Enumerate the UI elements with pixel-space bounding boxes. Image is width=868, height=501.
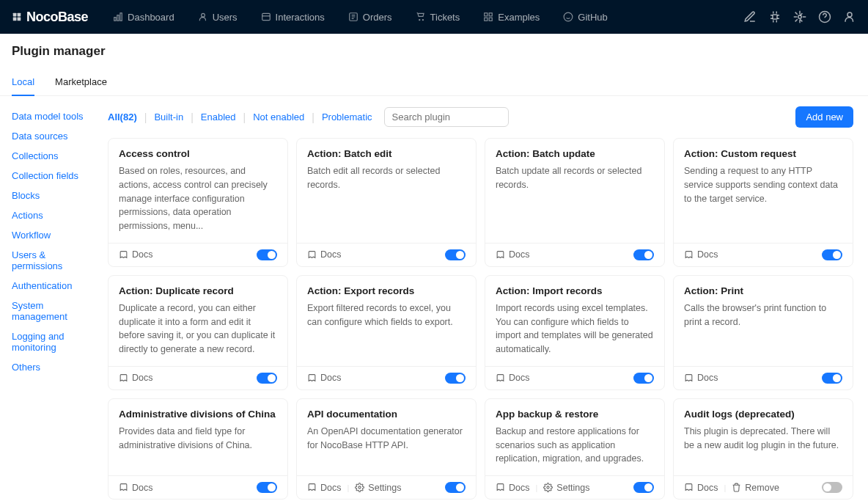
sidebar-item[interactable]: Blocks bbox=[12, 186, 96, 205]
plugin-card[interactable]: API documentationAn OpenAPI documentatio… bbox=[296, 398, 477, 500]
filter-link[interactable]: Built-in bbox=[154, 111, 183, 122]
sidebar-item[interactable]: System management bbox=[12, 296, 96, 326]
plugin-icon[interactable] bbox=[768, 10, 781, 23]
toggle-switch[interactable] bbox=[633, 249, 654, 260]
sidebar: Data model toolsData sourcesCollectionsC… bbox=[0, 96, 108, 501]
docs-link[interactable]: Docs bbox=[496, 373, 529, 383]
docs-link[interactable]: Docs bbox=[496, 483, 529, 493]
docs-link[interactable]: Docs bbox=[119, 249, 152, 260]
add-new-button[interactable]: Add new bbox=[795, 106, 853, 128]
nav-item[interactable]: Tickets bbox=[405, 0, 471, 34]
sidebar-item[interactable]: Others bbox=[12, 357, 96, 377]
card-footer: Docs bbox=[297, 366, 476, 390]
toggle-switch[interactable] bbox=[822, 482, 842, 493]
plugin-card[interactable]: Action: PrintCalls the browser's print f… bbox=[673, 275, 853, 390]
sidebar-item[interactable]: Actions bbox=[12, 205, 96, 225]
card-footer: Docs bbox=[485, 366, 664, 390]
nav-item[interactable]: Dashboard bbox=[103, 0, 185, 34]
nav-item[interactable]: Orders bbox=[338, 0, 402, 34]
svg-rect-8 bbox=[262, 13, 270, 20]
svg-rect-5 bbox=[117, 15, 119, 21]
book-icon bbox=[496, 483, 505, 492]
plugin-card[interactable]: Audit logs (deprecated)This plugin is de… bbox=[673, 398, 853, 500]
plugin-title: Audit logs (deprecated) bbox=[684, 409, 842, 420]
filter-link[interactable]: Problematic bbox=[322, 111, 372, 122]
book-icon bbox=[684, 373, 694, 383]
toggle-switch[interactable] bbox=[445, 373, 466, 384]
docs-link[interactable]: Docs bbox=[119, 483, 152, 493]
nav-item[interactable]: Examples bbox=[473, 0, 550, 34]
toggle-switch[interactable] bbox=[822, 249, 842, 260]
help-icon[interactable] bbox=[818, 10, 831, 23]
docs-link[interactable]: Docs bbox=[684, 373, 718, 383]
docs-link[interactable]: Docs bbox=[684, 483, 718, 493]
docs-link[interactable]: Docs bbox=[307, 483, 341, 493]
user-icon[interactable] bbox=[843, 10, 856, 23]
plugin-card[interactable]: Access controlBased on roles, resources,… bbox=[108, 138, 288, 267]
book-icon bbox=[307, 373, 317, 383]
docs-link[interactable]: Docs bbox=[119, 373, 152, 383]
toggle-switch[interactable] bbox=[633, 482, 654, 493]
nav-icon bbox=[348, 12, 358, 22]
filter-link[interactable]: Not enabled bbox=[253, 111, 304, 122]
toggle-switch[interactable] bbox=[633, 373, 654, 384]
card-footer: Docs bbox=[108, 366, 287, 390]
card-footer: Docs bbox=[485, 243, 664, 266]
plugin-desc: Batch edit all records or selected recor… bbox=[307, 164, 466, 192]
nav-item[interactable]: GitHub bbox=[553, 0, 617, 34]
docs-link[interactable]: Docs bbox=[307, 249, 341, 260]
toggle-switch[interactable] bbox=[445, 482, 466, 493]
plugin-card[interactable]: Action: Custom requestSending a request … bbox=[673, 138, 853, 267]
plugin-card[interactable]: Action: Export recordsExport filtered re… bbox=[296, 275, 477, 390]
nav-label: Users bbox=[213, 12, 238, 23]
toggle-switch[interactable] bbox=[257, 373, 277, 384]
nav-item[interactable]: Interactions bbox=[251, 0, 335, 34]
filter-link[interactable]: Enabled bbox=[201, 111, 236, 122]
search-input[interactable] bbox=[384, 107, 509, 127]
settings-link[interactable]: Settings bbox=[355, 483, 401, 493]
docs-link[interactable]: Docs bbox=[496, 249, 529, 260]
card-footer: Docs bbox=[297, 243, 476, 266]
top-nav: DashboardUsersInteractionsOrdersTicketsE… bbox=[103, 0, 743, 34]
sidebar-item[interactable]: Authentication bbox=[12, 276, 96, 296]
plugin-desc: Batch update all records or selected rec… bbox=[496, 164, 654, 192]
plugin-card[interactable]: Action: Batch updateBatch update all rec… bbox=[485, 138, 665, 267]
docs-link[interactable]: Docs bbox=[684, 249, 718, 260]
settings-link[interactable]: Settings bbox=[543, 483, 589, 493]
edit-icon[interactable] bbox=[743, 10, 757, 23]
plugin-card[interactable]: App backup & restoreBackup and restore a… bbox=[485, 398, 665, 500]
svg-rect-11 bbox=[489, 13, 492, 16]
gear-icon[interactable] bbox=[793, 10, 806, 23]
tab[interactable]: Local bbox=[12, 69, 34, 96]
plugin-desc: Provides data and field type for adminis… bbox=[119, 425, 277, 453]
sidebar-item[interactable]: Data sources bbox=[12, 126, 96, 146]
sidebar-item[interactable]: Collections bbox=[12, 146, 96, 166]
svg-rect-1 bbox=[18, 13, 21, 17]
plugin-card[interactable]: Action: Import recordsImport records usi… bbox=[485, 275, 665, 390]
sidebar-item[interactable]: Collection fields bbox=[12, 166, 96, 186]
sidebar-item[interactable]: Users & permissions bbox=[12, 245, 96, 276]
filter-link[interactable]: All(82) bbox=[108, 111, 137, 122]
plugin-card[interactable]: Administrative divisions of ChinaProvide… bbox=[108, 398, 288, 500]
toggle-switch[interactable] bbox=[822, 373, 842, 384]
sidebar-item[interactable]: Logging and monitoring bbox=[12, 326, 96, 357]
card-footer: Docs bbox=[674, 366, 853, 390]
logo[interactable]: NocoBase bbox=[12, 10, 88, 25]
tab[interactable]: Marketplace bbox=[55, 69, 107, 95]
book-icon bbox=[496, 373, 505, 383]
sidebar-item[interactable]: Workflow bbox=[12, 225, 96, 245]
remove-link[interactable]: Remove bbox=[732, 483, 779, 493]
plugin-card[interactable]: Action: Duplicate recordDuplicate a reco… bbox=[108, 275, 288, 390]
card-body: App backup & restoreBackup and restore a… bbox=[485, 399, 664, 475]
book-icon bbox=[684, 250, 694, 260]
nav-label: Tickets bbox=[430, 12, 460, 23]
plugin-card[interactable]: Action: Batch editBatch edit all records… bbox=[296, 138, 477, 267]
nav-item[interactable]: Users bbox=[188, 0, 248, 34]
toggle-switch[interactable] bbox=[445, 249, 466, 260]
docs-link[interactable]: Docs bbox=[307, 373, 341, 383]
card-body: Action: Duplicate recordDuplicate a reco… bbox=[108, 276, 287, 366]
toggle-switch[interactable] bbox=[257, 249, 277, 260]
toggle-switch[interactable] bbox=[257, 482, 277, 493]
card-footer: Docs bbox=[108, 243, 287, 266]
sidebar-item[interactable]: Data model tools bbox=[12, 106, 96, 126]
